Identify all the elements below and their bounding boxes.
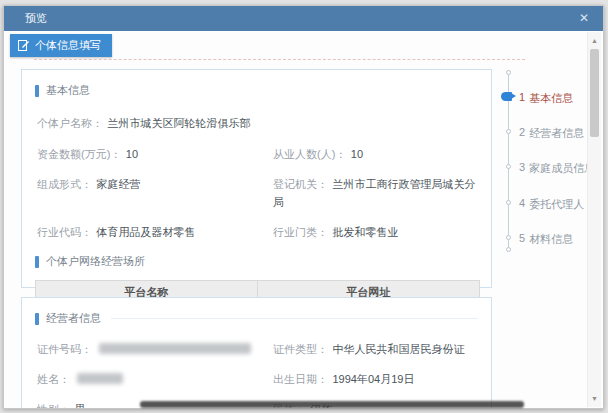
dialog-title: 预览: [25, 12, 47, 24]
online-premises-title: 个体户网络经营场所: [46, 254, 145, 269]
step-materials[interactable]: 5 材料信息: [519, 232, 573, 247]
redacted-name: [77, 373, 123, 384]
online-premises-header: 个体户网络经营场所: [35, 254, 478, 269]
scrollbar-thumb[interactable]: [590, 49, 599, 137]
operator-info-title: 经营者信息: [46, 311, 101, 326]
section-marker-icon: [35, 256, 39, 268]
step-node-icon: [506, 235, 511, 240]
tab-individual-info[interactable]: 个体信息填写: [10, 34, 112, 57]
dialog-body: 个体信息填写 基本信息 个体户名称： 兰州市城关区阿轮轮滑俱乐部 资金数额(万元…: [4, 31, 603, 408]
field-industry-code: 行业代码： 体育用品及器材零售: [37, 222, 273, 240]
tab-label: 个体信息填写: [35, 38, 101, 53]
operator-info-section: 经营者信息 证件号码： 证件类型： 中华人民共和国居民身份证 姓名：: [21, 297, 492, 408]
field-industry-category: 行业门类： 批发和零售业: [273, 222, 478, 240]
step-navigation: 1 基本信息 2 经营者信息 3 家庭成员信息 4 委托代理人 5 材料信息: [499, 61, 589, 296]
field-id-type: 证件类型： 中华人民共和国居民身份证: [273, 339, 478, 357]
basic-info-header: 基本信息: [35, 83, 478, 98]
form-icon: [18, 40, 29, 51]
field-business-name: 个体户名称： 兰州市城关区阿轮轮滑俱乐部: [35, 113, 478, 131]
operator-info-header: 经营者信息: [35, 311, 478, 326]
field-capital: 资金数额(万元)： 10: [37, 144, 273, 162]
timeline-endpoint-bottom: [506, 247, 511, 252]
step-node-icon: [506, 164, 511, 169]
field-id-number: 证件号码：: [37, 339, 273, 357]
step-operator-info[interactable]: 2 经营者信息: [519, 126, 584, 141]
step-agent[interactable]: 4 委托代理人: [519, 197, 584, 212]
section-marker-icon: [35, 313, 39, 325]
active-step-marker-icon: [501, 92, 512, 101]
field-employees: 从业人数(人)： 10: [273, 144, 478, 162]
vertical-scrollbar[interactable]: ▲ ▼: [587, 32, 601, 407]
bottom-artifact-strip: [140, 401, 524, 408]
field-composition: 组成形式： 家庭经营: [37, 174, 273, 210]
field-birth-date: 出生日期： 1994年04月19日: [273, 369, 478, 387]
close-icon[interactable]: ✕: [575, 6, 593, 31]
step-node-icon: [506, 200, 511, 205]
preview-dialog: 预览 ✕ 个体信息填写 基本信息 个体户名称： 兰州: [3, 5, 604, 409]
basic-fields-grid: 资金数额(万元)： 10 从业人数(人)： 10 组成形式： 家庭经营 登记机关…: [35, 144, 478, 240]
step-node-icon: [506, 129, 511, 134]
field-registry-authority: 登记机关： 兰州市工商行政管理局城关分局: [273, 174, 478, 210]
header-rule: [111, 318, 478, 319]
step-basic-info[interactable]: 1 基本信息: [519, 91, 573, 106]
basic-info-title: 基本信息: [46, 83, 90, 98]
field-name: 姓名：: [37, 369, 273, 387]
dialog-titlebar: 预览 ✕: [4, 6, 603, 31]
step-family-members[interactable]: 3 家庭成员信息: [519, 161, 595, 176]
scroll-up-icon[interactable]: ▲: [588, 34, 601, 47]
scroll-down-icon[interactable]: ▼: [588, 392, 601, 405]
operator-fields-grid: 证件号码： 证件类型： 中华人民共和国居民身份证 姓名： 出生日期： 1994年…: [35, 339, 478, 408]
redacted-id-number: [99, 343, 251, 354]
timeline-endpoint-top: [506, 70, 511, 75]
section-marker-icon: [35, 85, 39, 97]
basic-info-section: 基本信息 个体户名称： 兰州市城关区阿轮轮滑俱乐部 资金数额(万元)： 10 从…: [21, 69, 492, 288]
tab-divider: [34, 59, 525, 60]
